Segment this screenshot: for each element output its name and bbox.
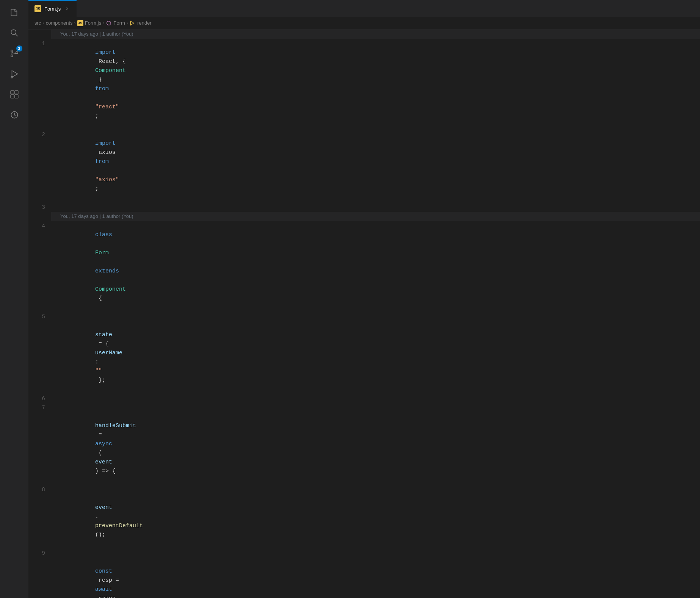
breadcrumb-render-symbol bbox=[130, 20, 136, 26]
git-blame-1: You, 17 days ago | 1 author (You) bbox=[51, 30, 700, 39]
table-row: 7 handleSubmit = async ( event ) => { bbox=[28, 403, 700, 485]
svg-rect-8 bbox=[15, 91, 18, 94]
token bbox=[95, 241, 99, 247]
breadcrumb-sep-4: › bbox=[127, 20, 128, 26]
line-content-2: import axios from "axios" ; bbox=[51, 130, 700, 203]
git-blame-row-2: You, 17 days ago | 1 author (You) bbox=[28, 212, 700, 221]
token: }; bbox=[95, 377, 105, 384]
breadcrumb-src[interactable]: src bbox=[34, 20, 41, 26]
line-number-8: 8 bbox=[28, 485, 51, 549]
table-row: 1 import React, { Component } from "reac… bbox=[28, 39, 700, 130]
token: from bbox=[95, 158, 109, 165]
svg-point-14 bbox=[106, 21, 111, 25]
svg-marker-15 bbox=[131, 21, 134, 25]
code-area[interactable]: You, 17 days ago | 1 author (You) 1 impo… bbox=[28, 30, 700, 598]
token: extends bbox=[95, 268, 119, 274]
explorer-icon[interactable] bbox=[5, 3, 24, 22]
code-table: You, 17 days ago | 1 author (You) 1 impo… bbox=[28, 30, 700, 598]
source-control-badge: 3 bbox=[16, 45, 22, 52]
svg-point-2 bbox=[11, 50, 13, 52]
token bbox=[95, 413, 102, 420]
line-number-5: 5 bbox=[28, 312, 51, 394]
line-content-8: event . preventDefault (); bbox=[51, 485, 700, 549]
token bbox=[95, 559, 109, 565]
token: ; bbox=[95, 186, 99, 192]
line-content-7: handleSubmit = async ( event ) => { bbox=[51, 403, 700, 485]
svg-rect-7 bbox=[11, 91, 14, 94]
token: axios bbox=[95, 149, 119, 156]
extensions-icon[interactable] bbox=[5, 85, 24, 104]
token: Component bbox=[95, 286, 126, 293]
editor-area: JS Form.js × src › components › JS Form.… bbox=[28, 0, 700, 598]
token: preventDefault bbox=[95, 523, 143, 529]
token: = bbox=[95, 432, 105, 438]
token: ( bbox=[95, 450, 102, 456]
token: const bbox=[95, 568, 112, 575]
tab-bar: JS Form.js × bbox=[28, 0, 700, 17]
line-number-3: 3 bbox=[28, 203, 51, 212]
token bbox=[95, 322, 102, 329]
table-row: 2 import axios from "axios" ; bbox=[28, 130, 700, 203]
token: . bbox=[95, 513, 99, 520]
line-content-6 bbox=[51, 394, 700, 403]
token bbox=[95, 168, 99, 174]
line-number-4: 4 bbox=[28, 221, 51, 312]
token: } bbox=[95, 77, 105, 83]
table-row: 4 class Form extends Component { bbox=[28, 221, 700, 312]
breadcrumb-form[interactable]: Form bbox=[114, 20, 125, 26]
tab-filename: Form.js bbox=[44, 6, 61, 12]
svg-rect-9 bbox=[11, 95, 14, 98]
line-number-6: 6 bbox=[28, 394, 51, 403]
token bbox=[95, 259, 99, 265]
run-icon[interactable] bbox=[5, 64, 24, 83]
breadcrumb-js-icon: JS bbox=[77, 20, 83, 26]
token bbox=[95, 277, 99, 283]
token: event bbox=[95, 504, 112, 511]
token: ; bbox=[95, 113, 99, 119]
breadcrumb-components[interactable]: components bbox=[46, 20, 73, 26]
token: resp = bbox=[95, 577, 122, 584]
line-content-4: class Form extends Component { bbox=[51, 221, 700, 312]
tab-close-button[interactable]: × bbox=[64, 5, 70, 12]
line-content-5: state = { userName : "" }; bbox=[51, 312, 700, 394]
search-icon[interactable] bbox=[5, 23, 24, 42]
source-control-icon[interactable]: 3 bbox=[5, 44, 24, 63]
git-blame-row-1: You, 17 days ago | 1 author (You) bbox=[28, 30, 700, 39]
table-row: 8 event . preventDefault (); bbox=[28, 485, 700, 549]
token: import bbox=[95, 49, 116, 56]
line-number-7: 7 bbox=[28, 403, 51, 485]
form-js-tab[interactable]: JS Form.js × bbox=[28, 0, 77, 17]
timeline-icon[interactable] bbox=[5, 105, 24, 124]
breadcrumb: src › components › JS Form.js › Form › r… bbox=[28, 17, 700, 30]
breadcrumb-sep-2: › bbox=[74, 20, 76, 26]
table-row: 6 bbox=[28, 394, 700, 403]
line-content-9: const resp = await axios. get ( bbox=[51, 549, 700, 598]
token: Form bbox=[95, 250, 109, 256]
token: state bbox=[95, 332, 112, 338]
breadcrumb-sep-3: › bbox=[103, 20, 104, 26]
line-content-3 bbox=[51, 203, 700, 212]
breadcrumb-form-symbol bbox=[106, 20, 112, 26]
svg-point-0 bbox=[11, 30, 16, 34]
activity-bar: 3 bbox=[0, 0, 28, 598]
token: event bbox=[95, 459, 112, 465]
line-number-2: 2 bbox=[28, 130, 51, 203]
git-blame-2: You, 17 days ago | 1 author (You) bbox=[51, 212, 700, 221]
token bbox=[95, 95, 99, 101]
breadcrumb-sep-1: › bbox=[42, 20, 44, 26]
token: { bbox=[95, 295, 102, 302]
token: "" bbox=[95, 368, 102, 374]
svg-rect-10 bbox=[15, 95, 18, 98]
token: axios. bbox=[95, 595, 119, 598]
table-row: 5 state = { userName : "" }; bbox=[28, 312, 700, 394]
breadcrumb-formjs[interactable]: Form.js bbox=[85, 20, 101, 26]
token: userName bbox=[95, 350, 122, 356]
svg-marker-5 bbox=[12, 70, 17, 77]
breadcrumb-render[interactable]: render bbox=[137, 20, 152, 26]
token: handleSubmit bbox=[95, 423, 136, 429]
token: from bbox=[95, 86, 109, 92]
token: ) => { bbox=[95, 468, 116, 474]
line-number-1: 1 bbox=[28, 39, 51, 130]
table-row: 9 const resp = await axios. get ( bbox=[28, 549, 700, 598]
svg-point-3 bbox=[11, 55, 13, 57]
